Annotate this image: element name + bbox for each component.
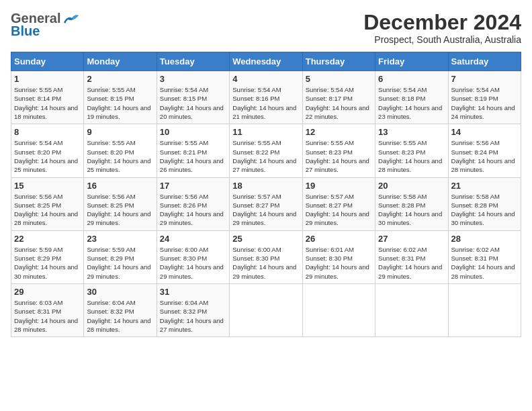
day-info: Sunrise: 5:55 AMSunset: 8:23 PMDaylight:…	[306, 138, 372, 174]
calendar-week-row: 15Sunrise: 5:56 AMSunset: 8:25 PMDayligh…	[11, 177, 521, 230]
weekday-header-friday: Friday	[375, 52, 448, 71]
day-info: Sunrise: 5:56 AMSunset: 8:25 PMDaylight:…	[87, 192, 153, 228]
day-number: 22	[14, 234, 81, 244]
day-info: Sunrise: 6:01 AMSunset: 8:30 PMDaylight:…	[306, 245, 372, 281]
calendar-day-cell: 16Sunrise: 5:56 AMSunset: 8:25 PMDayligh…	[84, 177, 157, 230]
day-info: Sunrise: 5:59 AMSunset: 8:29 PMDaylight:…	[87, 245, 153, 281]
day-info: Sunrise: 5:54 AMSunset: 8:17 PMDaylight:…	[306, 85, 372, 121]
day-info: Sunrise: 5:57 AMSunset: 8:27 PMDaylight:…	[306, 192, 372, 228]
calendar-day-cell: 17Sunrise: 5:56 AMSunset: 8:26 PMDayligh…	[157, 177, 229, 230]
day-number: 13	[378, 127, 445, 137]
calendar-day-cell: 15Sunrise: 5:56 AMSunset: 8:25 PMDayligh…	[11, 177, 84, 230]
day-info: Sunrise: 5:56 AMSunset: 8:26 PMDaylight:…	[160, 192, 226, 228]
day-number: 10	[160, 127, 226, 137]
calendar-day-cell: 3Sunrise: 5:54 AMSunset: 8:15 PMDaylight…	[157, 71, 229, 124]
calendar-day-cell: 19Sunrise: 5:57 AMSunset: 8:27 PMDayligh…	[302, 177, 375, 230]
day-info: Sunrise: 6:00 AMSunset: 8:30 PMDaylight:…	[160, 245, 226, 281]
calendar-day-cell: 9Sunrise: 5:55 AMSunset: 8:20 PMDaylight…	[84, 124, 157, 177]
weekday-header-sunday: Sunday	[11, 52, 84, 71]
day-info: Sunrise: 5:55 AMSunset: 8:22 PMDaylight:…	[232, 138, 299, 174]
calendar-day-cell: 20Sunrise: 5:58 AMSunset: 8:28 PMDayligh…	[375, 177, 448, 230]
empty-cell	[375, 283, 448, 336]
calendar-day-cell: 27Sunrise: 6:02 AMSunset: 8:31 PMDayligh…	[375, 230, 448, 283]
calendar-header: SundayMondayTuesdayWednesdayThursdayFrid…	[11, 52, 521, 71]
day-number: 25	[232, 234, 299, 244]
weekday-header-wednesday: Wednesday	[230, 52, 302, 71]
calendar-day-cell: 21Sunrise: 5:58 AMSunset: 8:28 PMDayligh…	[448, 177, 521, 230]
empty-cell	[302, 283, 375, 336]
day-number: 30	[87, 287, 153, 297]
day-info: Sunrise: 5:54 AMSunset: 8:15 PMDaylight:…	[160, 85, 226, 121]
day-number: 27	[378, 234, 445, 244]
day-info: Sunrise: 6:02 AMSunset: 8:31 PMDaylight:…	[451, 245, 518, 281]
day-number: 9	[87, 127, 153, 137]
day-number: 21	[451, 181, 518, 191]
calendar-day-cell: 8Sunrise: 5:54 AMSunset: 8:20 PMDaylight…	[11, 124, 84, 177]
empty-cell	[230, 283, 302, 336]
day-number: 8	[14, 127, 81, 137]
day-number: 16	[87, 181, 153, 191]
calendar-day-cell: 24Sunrise: 6:00 AMSunset: 8:30 PMDayligh…	[157, 230, 229, 283]
day-info: Sunrise: 5:54 AMSunset: 8:18 PMDaylight:…	[378, 85, 445, 121]
day-info: Sunrise: 5:55 AMSunset: 8:20 PMDaylight:…	[87, 138, 153, 174]
day-info: Sunrise: 5:58 AMSunset: 8:28 PMDaylight:…	[451, 192, 518, 228]
calendar-body: 1Sunrise: 5:55 AMSunset: 8:14 PMDaylight…	[11, 71, 521, 337]
day-info: Sunrise: 6:00 AMSunset: 8:30 PMDaylight:…	[232, 245, 299, 281]
calendar-day-cell: 30Sunrise: 6:04 AMSunset: 8:32 PMDayligh…	[84, 283, 157, 336]
day-info: Sunrise: 5:56 AMSunset: 8:25 PMDaylight:…	[14, 192, 81, 228]
calendar-day-cell: 6Sunrise: 5:54 AMSunset: 8:18 PMDaylight…	[375, 71, 448, 124]
day-number: 11	[232, 127, 299, 137]
day-number: 1	[14, 74, 81, 84]
calendar-day-cell: 1Sunrise: 5:55 AMSunset: 8:14 PMDaylight…	[11, 71, 84, 124]
calendar-week-row: 1Sunrise: 5:55 AMSunset: 8:14 PMDaylight…	[11, 71, 521, 124]
calendar-day-cell: 31Sunrise: 6:04 AMSunset: 8:32 PMDayligh…	[157, 283, 229, 336]
day-number: 28	[451, 234, 518, 244]
calendar-day-cell: 10Sunrise: 5:55 AMSunset: 8:21 PMDayligh…	[157, 124, 229, 177]
calendar-day-cell: 18Sunrise: 5:57 AMSunset: 8:27 PMDayligh…	[230, 177, 302, 230]
day-info: Sunrise: 5:58 AMSunset: 8:28 PMDaylight:…	[378, 192, 445, 228]
subtitle: Prospect, South Australia, Australia	[363, 34, 521, 45]
day-number: 3	[160, 74, 226, 84]
day-info: Sunrise: 5:54 AMSunset: 8:19 PMDaylight:…	[451, 85, 518, 121]
logo: General Blue	[11, 11, 80, 39]
day-info: Sunrise: 6:04 AMSunset: 8:32 PMDaylight:…	[87, 298, 153, 334]
day-info: Sunrise: 5:57 AMSunset: 8:27 PMDaylight:…	[232, 192, 299, 228]
day-info: Sunrise: 5:55 AMSunset: 8:23 PMDaylight:…	[378, 138, 445, 174]
day-info: Sunrise: 6:02 AMSunset: 8:31 PMDaylight:…	[378, 245, 445, 281]
calendar-day-cell: 4Sunrise: 5:54 AMSunset: 8:16 PMDaylight…	[230, 71, 302, 124]
calendar-day-cell: 29Sunrise: 6:03 AMSunset: 8:31 PMDayligh…	[11, 283, 84, 336]
day-info: Sunrise: 5:54 AMSunset: 8:16 PMDaylight:…	[232, 85, 299, 121]
day-info: Sunrise: 6:03 AMSunset: 8:31 PMDaylight:…	[14, 298, 81, 334]
calendar-day-cell: 5Sunrise: 5:54 AMSunset: 8:17 PMDaylight…	[302, 71, 375, 124]
day-number: 6	[378, 74, 445, 84]
day-number: 29	[14, 287, 81, 297]
day-number: 14	[451, 127, 518, 137]
day-number: 15	[14, 181, 81, 191]
logo-bird-icon	[62, 13, 80, 25]
day-number: 12	[306, 127, 372, 137]
day-info: Sunrise: 5:54 AMSunset: 8:20 PMDaylight:…	[14, 138, 81, 174]
title-area: December 2024 Prospect, South Australia,…	[363, 11, 521, 45]
day-number: 2	[87, 74, 153, 84]
calendar-day-cell: 22Sunrise: 5:59 AMSunset: 8:29 PMDayligh…	[11, 230, 84, 283]
day-info: Sunrise: 5:55 AMSunset: 8:15 PMDaylight:…	[87, 85, 153, 121]
day-info: Sunrise: 5:59 AMSunset: 8:29 PMDaylight:…	[14, 245, 81, 281]
weekday-header-row: SundayMondayTuesdayWednesdayThursdayFrid…	[11, 52, 521, 71]
day-info: Sunrise: 5:55 AMSunset: 8:14 PMDaylight:…	[14, 85, 81, 121]
day-number: 26	[306, 234, 372, 244]
day-number: 5	[306, 74, 372, 84]
day-number: 18	[232, 181, 299, 191]
page-header: General Blue December 2024 Prospect, Sou…	[11, 11, 521, 45]
weekday-header-monday: Monday	[84, 52, 157, 71]
day-info: Sunrise: 6:04 AMSunset: 8:32 PMDaylight:…	[160, 298, 226, 334]
calendar-day-cell: 2Sunrise: 5:55 AMSunset: 8:15 PMDaylight…	[84, 71, 157, 124]
calendar-table: SundayMondayTuesdayWednesdayThursdayFrid…	[11, 52, 521, 337]
day-number: 24	[160, 234, 226, 244]
day-number: 17	[160, 181, 226, 191]
calendar-day-cell: 23Sunrise: 5:59 AMSunset: 8:29 PMDayligh…	[84, 230, 157, 283]
weekday-header-thursday: Thursday	[302, 52, 375, 71]
day-number: 19	[306, 181, 372, 191]
logo-blue: Blue	[11, 24, 40, 39]
month-title: December 2024	[363, 11, 521, 34]
day-info: Sunrise: 5:55 AMSunset: 8:21 PMDaylight:…	[160, 138, 226, 174]
